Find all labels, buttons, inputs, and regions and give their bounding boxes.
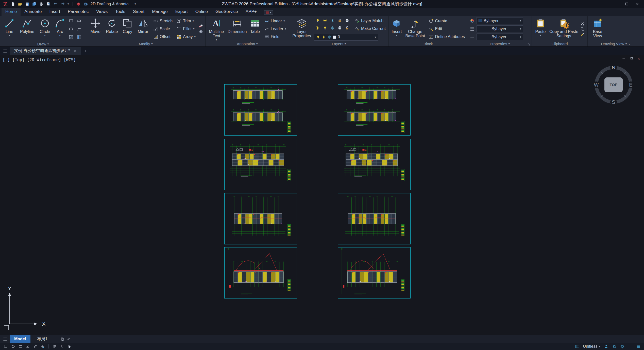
panel-label-block[interactable]: Block — [389, 41, 468, 46]
panel-label-modify[interactable]: Modify▾ — [86, 41, 205, 46]
erase-button[interactable] — [198, 23, 204, 28]
ucs-toggle[interactable] — [3, 344, 8, 349]
view-cube-compass[interactable]: N W E S TOP — [591, 62, 636, 108]
tab-model[interactable]: Model — [10, 335, 30, 343]
fillet-button[interactable]: Fillet▾ — [175, 25, 197, 32]
panel-label-properties[interactable]: Properties▾ — [468, 41, 532, 46]
offset-button[interactable]: Offset — [152, 33, 174, 40]
linetype-icon[interactable] — [470, 35, 475, 40]
menu-item-insert[interactable]: Insert — [45, 8, 64, 16]
layer-tool-button-6[interactable] — [314, 25, 321, 31]
change-base-point-button[interactable]: Change Base Point — [405, 17, 426, 41]
save-all-button[interactable] — [32, 2, 37, 6]
layer-tool-button-3[interactable] — [329, 17, 336, 24]
color-picker-icon[interactable] — [470, 18, 475, 23]
panel-label-annotation[interactable]: Annotation▾ — [206, 41, 289, 46]
compass-north[interactable]: N — [612, 65, 615, 70]
move-button[interactable]: Move — [88, 17, 103, 41]
layer-tool-button-9[interactable] — [336, 25, 343, 31]
edit-block-button[interactable]: Edit — [428, 25, 466, 32]
new-tab-button[interactable] — [83, 49, 87, 53]
undo-button[interactable] — [53, 2, 58, 6]
plot-button[interactable] — [39, 2, 44, 6]
isolate-objects-icon[interactable] — [620, 344, 625, 349]
polyline-button[interactable]: Polyline — [19, 17, 36, 41]
workspace-selector[interactable]: 2D Drafting & Annota... — [91, 2, 132, 6]
settings-gear-icon[interactable] — [612, 344, 617, 349]
multiline-text-button[interactable]: A Multiline Text ▾ — [207, 17, 226, 41]
circle-button[interactable]: Circle ▾ — [37, 17, 53, 41]
line-button[interactable]: Line ▾ — [2, 17, 17, 41]
menu-item-views[interactable]: Views — [92, 8, 111, 16]
menu-item-app[interactable]: APP+ — [242, 8, 261, 16]
add-layout-button[interactable] — [54, 337, 58, 341]
dimension-button[interactable]: Dimension — [227, 17, 247, 41]
menu-item-export[interactable]: Export — [172, 8, 192, 16]
compass-south[interactable]: S — [612, 99, 615, 105]
menu-item-home[interactable]: Home — [2, 8, 21, 16]
maximize-button[interactable] — [622, 1, 632, 8]
ortho-toggle[interactable] — [25, 344, 30, 349]
panel-label-drawing-view[interactable]: Drawing View▾⌄ — [588, 41, 644, 46]
linear-dimension-button[interactable]: Linear▾ — [263, 18, 287, 25]
table-button[interactable]: Table — [249, 17, 261, 41]
layer-tool-button-8[interactable] — [329, 25, 336, 31]
floor-plan-viewport-5[interactable] — [224, 193, 297, 244]
mirror-button[interactable]: Mirror — [135, 17, 150, 41]
selection-cycling-toggle[interactable] — [67, 344, 72, 349]
menu-item-annotate[interactable]: Annotate — [21, 8, 45, 16]
copy-button[interactable]: Copy — [121, 17, 134, 41]
arc-button[interactable]: Arc ▾ — [54, 17, 65, 41]
layer-tool-button-10[interactable] — [344, 25, 350, 31]
compass-east[interactable]: E — [629, 82, 632, 88]
layer-tool-button-5[interactable] — [344, 17, 350, 24]
polar-toggle[interactable] — [32, 344, 38, 349]
save-button[interactable] — [25, 2, 29, 6]
layer-properties-button[interactable]: Layer Properties — [291, 17, 312, 41]
file-tabs-menu-button[interactable] — [3, 48, 8, 54]
redo-button[interactable] — [60, 2, 65, 6]
dialog-launcher-icon[interactable] — [527, 42, 530, 46]
copy-paste-settings-button[interactable]: Copy and Paste Settings — [549, 17, 579, 41]
gradient-tool-button[interactable] — [75, 33, 83, 41]
panel-label-draw[interactable]: Draw▾ — [0, 41, 86, 46]
layer-tool-button-2[interactable] — [321, 17, 328, 24]
menu-overflow-button[interactable]: ▾ — [264, 10, 274, 15]
drawing-canvas[interactable]: [-] [Top] [2D Wireframe] [WCS] N W E S T… — [0, 55, 644, 335]
menu-item-manage[interactable]: Manage — [148, 8, 171, 16]
annotation-monitor-icon[interactable] — [604, 344, 608, 349]
qat-customize-caret-icon[interactable]: ▾ — [67, 3, 69, 5]
viewport-controls[interactable]: [-] [Top] [2D Wireframe] [WCS] — [3, 57, 76, 62]
spline-tool-button[interactable] — [75, 25, 83, 33]
floor-plan-viewport-1[interactable] — [224, 84, 297, 136]
plot-preview-button[interactable] — [46, 2, 51, 6]
document-tab[interactable]: 实例-办公楼空调通风初步设计* — [10, 47, 81, 55]
workspace-gear-icon[interactable] — [83, 2, 88, 6]
linetype-select[interactable]: ByLayer ▾ — [477, 34, 523, 40]
layer-tool-button-4[interactable] — [336, 17, 343, 24]
menu-item-tools[interactable]: Tools — [111, 8, 129, 16]
fullscreen-icon[interactable] — [628, 344, 633, 349]
hatch-tool-button[interactable] — [67, 33, 75, 41]
menu-item-smart[interactable]: Smart — [129, 8, 148, 16]
workspace-caret-icon[interactable]: ▾ — [134, 3, 136, 5]
layer-tool-button-7[interactable] — [321, 25, 328, 31]
lineweight-toggle[interactable] — [52, 344, 57, 349]
open-file-button[interactable] — [18, 2, 22, 6]
scale-button[interactable]: Scale — [152, 25, 174, 32]
doc-minimize-icon[interactable] — [622, 57, 626, 61]
floor-plan-viewport-6[interactable] — [338, 193, 411, 244]
array-button[interactable]: Array▾ — [175, 33, 197, 40]
object-snap-toggle[interactable] — [59, 344, 65, 349]
layer-select[interactable]: 0 ▾ — [314, 34, 378, 41]
explode-button[interactable] — [198, 29, 204, 34]
field-button[interactable]: Field — [263, 33, 287, 40]
paste-button[interactable]: Paste ▾ — [534, 17, 547, 41]
floor-plan-viewport-8[interactable] — [338, 247, 411, 298]
match-properties-button[interactable] — [580, 32, 585, 37]
snap-toggle[interactable] — [10, 344, 16, 349]
floor-plan-viewport-2[interactable] — [338, 84, 411, 136]
trim-button[interactable]: Trim▾ — [175, 18, 197, 25]
insert-block-button[interactable]: Insert ▾ — [391, 17, 403, 41]
floor-plan-viewport-7[interactable] — [224, 247, 297, 298]
